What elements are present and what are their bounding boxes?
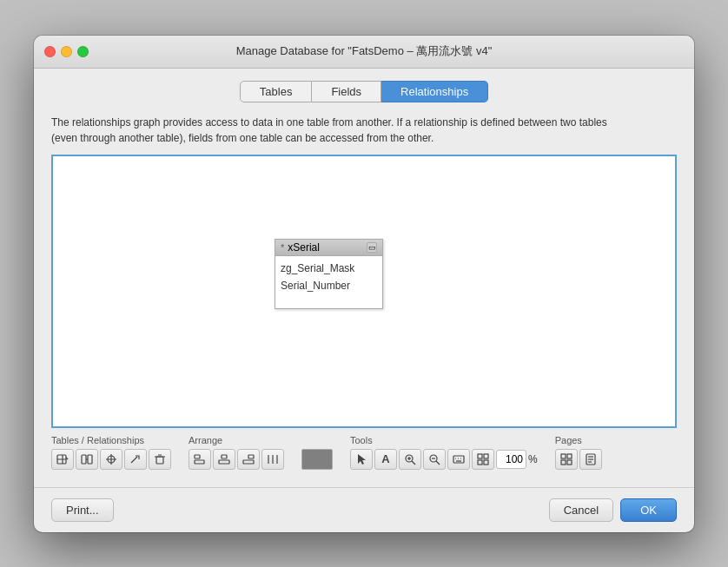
svg-rect-5	[88, 455, 92, 464]
svg-marker-23	[358, 454, 366, 465]
svg-rect-11	[156, 457, 163, 464]
edit-relationship-button[interactable]	[100, 449, 122, 470]
add-relationship-button[interactable]	[76, 449, 98, 470]
svg-line-29	[436, 461, 440, 465]
table-node-name: xSerial	[288, 241, 320, 254]
zoom-out-button[interactable]	[423, 449, 446, 470]
align-left-button[interactable]	[189, 449, 211, 470]
distribute-button[interactable]	[261, 449, 284, 470]
zoom-percent: %	[528, 453, 538, 465]
svg-rect-37	[484, 454, 488, 458]
tools-label: Tools	[350, 435, 538, 445]
svg-rect-41	[567, 454, 572, 458]
tab-tables[interactable]: Tables	[240, 81, 313, 102]
toolbar-group-color: _	[301, 435, 333, 470]
svg-rect-16	[222, 455, 227, 458]
select-tool-button[interactable]	[350, 449, 373, 470]
toolbar-group-pages: Pages	[555, 435, 602, 470]
svg-rect-4	[82, 455, 86, 464]
add-table-button[interactable]	[51, 449, 74, 470]
field-item: Serial_Number	[281, 277, 377, 294]
svg-rect-38	[478, 460, 482, 465]
toolbar: Tables / Relationships	[51, 435, 677, 470]
page-layout-button[interactable]	[579, 449, 602, 470]
svg-rect-36	[478, 454, 482, 458]
page-grid-button[interactable]	[555, 449, 578, 470]
svg-line-10	[131, 457, 137, 463]
table-asterisk: *	[281, 242, 284, 253]
svg-rect-17	[219, 460, 229, 464]
tools-buttons: A	[350, 449, 538, 470]
minimize-button[interactable]	[61, 46, 72, 57]
tables-relationships-label: Tables / Relationships	[51, 435, 171, 445]
svg-rect-39	[484, 460, 488, 465]
toolbar-group-tables: Tables / Relationships	[51, 435, 171, 470]
table-node-title-group: * xSerial	[281, 241, 320, 254]
ok-button[interactable]: OK	[620, 498, 677, 522]
toolbar-group-arrange: Arrange	[189, 435, 284, 470]
text-tool-button[interactable]: A	[374, 449, 397, 470]
tables-relationships-buttons	[51, 449, 171, 470]
arrange-buttons	[189, 449, 284, 470]
svg-rect-40	[561, 454, 566, 458]
zoom-group: %	[496, 449, 538, 470]
relationships-graph[interactable]: * xSerial ▭ zg_Serial_Mask Serial_Number	[51, 155, 677, 428]
svg-rect-43	[567, 460, 572, 465]
main-window: Manage Database for "FatsDemo – 萬用流水號 v4…	[34, 36, 694, 532]
traffic-lights	[44, 46, 89, 57]
titlebar: Manage Database for "FatsDemo – 萬用流水號 v4…	[34, 36, 694, 69]
keyboard-button[interactable]	[447, 449, 470, 470]
table-node-xserial[interactable]: * xSerial ▭ zg_Serial_Mask Serial_Number	[275, 239, 383, 309]
arrange-label: Arrange	[189, 435, 284, 445]
zoom-in-button[interactable]	[399, 449, 421, 470]
maximize-button[interactable]	[77, 46, 89, 57]
svg-rect-15	[195, 460, 204, 464]
zoom-input[interactable]	[496, 450, 526, 469]
grid-button[interactable]	[472, 449, 494, 470]
description-text: The relationships graph provides access …	[51, 115, 677, 146]
field-item: zg_Serial_Mask	[281, 260, 377, 277]
pages-label: Pages	[555, 435, 602, 445]
svg-rect-18	[248, 455, 254, 458]
color-swatch[interactable]	[301, 449, 333, 470]
bottom-bar: Print... Cancel OK	[34, 487, 694, 532]
svg-rect-42	[561, 460, 566, 465]
align-center-button[interactable]	[213, 449, 235, 470]
print-button[interactable]: Print...	[51, 498, 114, 522]
tab-relationships[interactable]: Relationships	[381, 81, 488, 102]
table-node-fields: zg_Serial_Mask Serial_Number	[275, 256, 382, 308]
svg-rect-31	[453, 456, 464, 463]
svg-line-25	[412, 461, 415, 465]
svg-rect-19	[243, 460, 254, 464]
delete-button[interactable]	[149, 449, 171, 470]
right-buttons: Cancel OK	[549, 498, 677, 522]
table-collapse-button[interactable]: ▭	[367, 242, 377, 253]
align-right-button[interactable]	[237, 449, 260, 470]
table-node-header: * xSerial ▭	[275, 240, 382, 256]
toolbar-group-tools: Tools A	[350, 435, 538, 470]
close-button[interactable]	[44, 46, 56, 57]
svg-rect-14	[195, 455, 200, 458]
rename-button[interactable]	[124, 449, 147, 470]
pages-buttons	[555, 449, 602, 470]
tab-bar: Tables Fields Relationships	[51, 81, 677, 102]
content-area: Tables Fields Relationships The relation…	[34, 69, 694, 482]
window-title: Manage Database for "FatsDemo – 萬用流水號 v4…	[236, 43, 493, 59]
tab-fields[interactable]: Fields	[312, 81, 381, 102]
cancel-button[interactable]: Cancel	[549, 498, 613, 522]
